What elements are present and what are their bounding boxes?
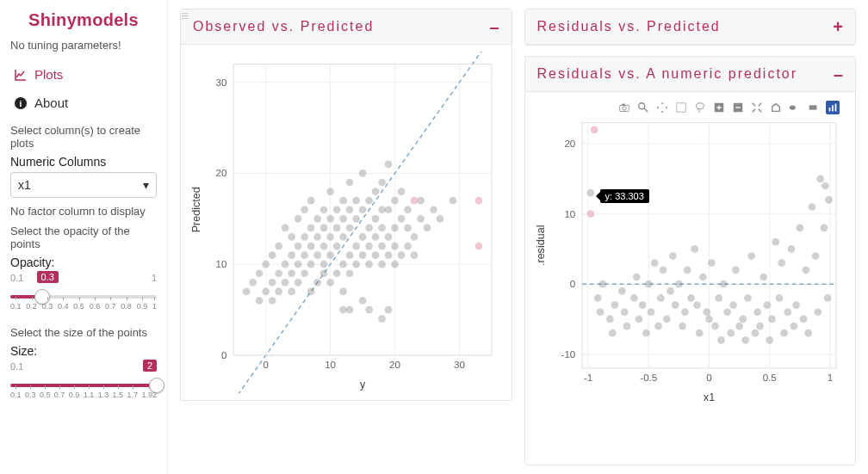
- svg-point-137: [639, 103, 645, 109]
- svg-point-74: [346, 269, 354, 277]
- svg-point-53: [313, 233, 321, 241]
- zoom-in-icon[interactable]: [712, 101, 726, 114]
- svg-point-243: [823, 294, 831, 302]
- svg-text:1: 1: [827, 372, 832, 383]
- lasso-icon[interactable]: [693, 101, 707, 114]
- panel-header-res-pred[interactable]: Residuals vs. Predicted +: [525, 9, 856, 45]
- svg-point-227: [778, 259, 785, 267]
- svg-point-213: [735, 323, 743, 330]
- svg-point-34: [288, 288, 295, 296]
- svg-text:.residual: .residual: [534, 225, 546, 266]
- expand-icon[interactable]: +: [833, 18, 843, 35]
- opacity-max: 1: [152, 273, 157, 283]
- svg-point-73: [339, 197, 347, 205]
- numeric-columns-select[interactable]: x1 ▾: [10, 172, 157, 198]
- svg-point-38: [294, 279, 302, 286]
- svg-point-83: [359, 251, 367, 259]
- camera-icon[interactable]: [617, 101, 631, 114]
- plotly-modebar: [532, 99, 849, 114]
- svg-point-20: [249, 279, 257, 286]
- svg-rect-147: [832, 105, 834, 111]
- svg-point-174: [611, 301, 618, 309]
- svg-point-216: [744, 294, 752, 302]
- pan-icon[interactable]: [655, 101, 669, 114]
- svg-text:y: y: [360, 379, 366, 391]
- svg-point-51: [313, 279, 321, 286]
- zoom-icon[interactable]: [636, 101, 650, 114]
- svg-point-183: [644, 280, 652, 288]
- svg-text:0: 0: [569, 278, 574, 289]
- svg-point-96: [378, 243, 386, 250]
- svg-point-122: [339, 306, 347, 314]
- svg-point-199: [693, 301, 701, 309]
- numeric-columns-value: x1: [18, 178, 31, 192]
- svg-point-204: [707, 259, 715, 267]
- svg-point-30: [275, 243, 282, 250]
- svg-point-61: [326, 251, 334, 259]
- svg-point-224: [768, 316, 776, 323]
- nav-plots[interactable]: Plots: [10, 60, 157, 89]
- svg-point-114: [411, 251, 418, 259]
- box-select-icon[interactable]: [674, 101, 688, 114]
- svg-point-42: [301, 269, 308, 277]
- size-value-bubble: 2: [143, 360, 157, 372]
- collapse-icon[interactable]: –: [489, 18, 499, 35]
- svg-point-233: [796, 225, 803, 232]
- svg-point-211: [729, 301, 737, 309]
- svg-point-23: [262, 288, 270, 296]
- size-slider[interactable]: 0.1 2 2 0.10.30.50.70.91.11.31.51.71.92: [10, 361, 157, 399]
- svg-point-63: [326, 215, 334, 223]
- zoom-out-icon[interactable]: [731, 101, 745, 114]
- svg-point-22: [256, 269, 264, 277]
- spike-line-icon[interactable]: [788, 101, 802, 114]
- collapse-icon[interactable]: –: [834, 65, 843, 83]
- svg-point-221: [760, 274, 767, 281]
- svg-text:0: 0: [263, 359, 268, 370]
- svg-point-173: [608, 329, 616, 337]
- svg-point-128: [411, 197, 418, 205]
- svg-point-125: [365, 306, 373, 314]
- svg-text:0: 0: [221, 349, 226, 360]
- svg-point-41: [294, 215, 302, 223]
- autoscale-icon[interactable]: [750, 101, 764, 114]
- svg-point-85: [359, 206, 367, 213]
- svg-point-102: [385, 206, 393, 213]
- svg-point-237: [808, 203, 815, 211]
- svg-point-118: [424, 225, 431, 232]
- svg-point-116: [417, 215, 425, 223]
- svg-point-193: [675, 280, 683, 288]
- svg-point-229: [784, 308, 791, 316]
- svg-point-179: [632, 274, 640, 281]
- panel-residuals-numeric: Residuals vs. A numeric predictor –: [524, 56, 857, 465]
- svg-point-177: [623, 323, 630, 330]
- svg-point-238: [811, 252, 819, 260]
- opacity-label: Opacity:: [10, 255, 157, 269]
- svg-point-27: [269, 251, 276, 259]
- svg-point-195: [681, 308, 689, 316]
- svg-point-64: [326, 188, 334, 195]
- opacity-slider[interactable]: 0.1 0.3 1 0.10.20.30.40.50.60.70.80.91: [10, 273, 157, 311]
- svg-point-33: [282, 225, 289, 232]
- hover-icon[interactable]: [807, 101, 821, 114]
- svg-point-127: [385, 306, 393, 314]
- svg-point-77: [346, 206, 354, 213]
- svg-point-103: [385, 161, 393, 169]
- hamburger-icon[interactable]: ≡: [181, 9, 189, 24]
- svg-point-206: [715, 294, 722, 302]
- opacity-value-bubble: 0.3: [37, 271, 59, 283]
- svg-text:-0.5: -0.5: [640, 372, 657, 383]
- reset-axes-icon[interactable]: [769, 101, 783, 114]
- svg-point-59: [320, 206, 328, 213]
- chart-residuals-numeric[interactable]: -1-0.500.51-1001020x1.residual: [532, 114, 849, 405]
- plotly-logo-icon[interactable]: [826, 101, 840, 114]
- svg-point-93: [372, 215, 380, 223]
- svg-point-171: [598, 280, 606, 288]
- chart-observed-predicted[interactable]: 01020300102030yPredicted: [188, 52, 505, 393]
- nav-about[interactable]: i About: [10, 89, 157, 117]
- panel-header-observed-predicted[interactable]: Observed vs. Predicted –: [181, 9, 512, 45]
- svg-point-217: [747, 252, 755, 260]
- svg-point-79: [352, 261, 360, 268]
- panel-title-obs-pred: Observed vs. Predicted: [193, 19, 374, 34]
- svg-point-45: [301, 206, 308, 213]
- panel-header-res-num[interactable]: Residuals vs. A numeric predictor –: [525, 57, 856, 92]
